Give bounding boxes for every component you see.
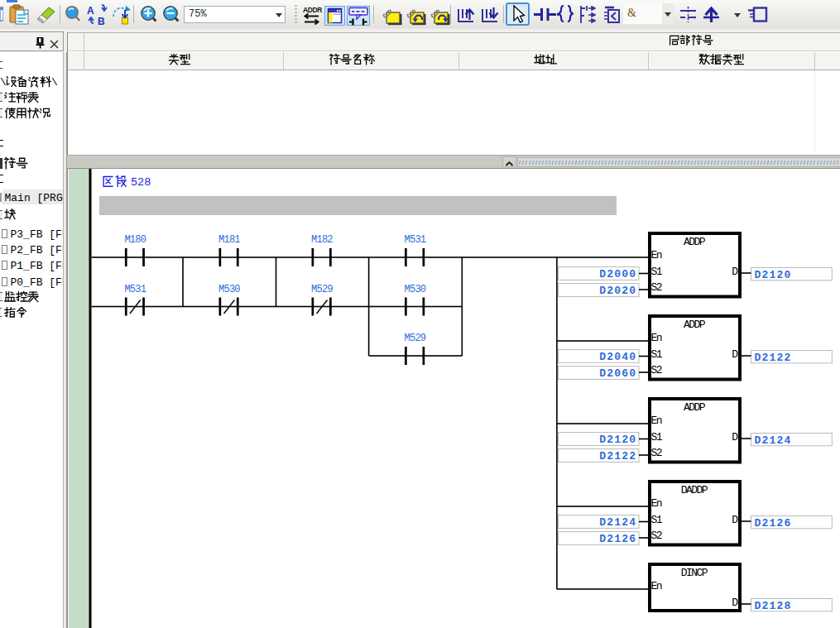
svg-text:S2: S2	[651, 530, 662, 542]
svg-text:A: A	[87, 5, 94, 17]
svg-text:D2120: D2120	[755, 269, 792, 281]
svg-text:D2120: D2120	[599, 434, 636, 446]
svg-text:S1: S1	[651, 348, 663, 361]
svg-text:D2020: D2020	[599, 285, 636, 297]
svg-text:S1: S1	[651, 266, 663, 278]
svg-text:DADDP: DADDP	[681, 484, 708, 496]
svg-text:D2128: D2128	[755, 600, 792, 612]
svg-text:M531: M531	[124, 284, 146, 295]
svg-text:D2124: D2124	[755, 434, 792, 447]
svg-text:D2000: D2000	[599, 268, 636, 280]
svg-text:S2: S2	[651, 447, 662, 459]
svg-text:D2126: D2126	[755, 517, 792, 530]
svg-text:En: En	[651, 249, 662, 261]
svg-text:ADDP: ADDP	[684, 319, 706, 331]
svg-text:M529: M529	[311, 284, 333, 295]
svg-text:ADDP: ADDP	[684, 236, 706, 248]
svg-text:S2: S2	[651, 281, 662, 294]
svg-text:D2122: D2122	[755, 352, 792, 364]
svg-text:D2122: D2122	[599, 450, 636, 463]
svg-text:S1: S1	[651, 514, 663, 526]
svg-text:M180: M180	[124, 234, 146, 246]
svg-text:M531: M531	[405, 234, 426, 246]
svg-text:M182: M182	[311, 234, 333, 246]
svg-text:M530: M530	[218, 284, 240, 295]
svg-text:S2: S2	[651, 364, 662, 376]
svg-text:ADDR: ADDR	[303, 6, 322, 14]
svg-text:M181: M181	[218, 234, 240, 246]
svg-text:En: En	[651, 332, 662, 344]
svg-text:En: En	[651, 497, 662, 510]
svg-text:En: En	[651, 415, 662, 427]
svg-text:En: En	[651, 580, 662, 592]
svg-text:D2124: D2124	[599, 516, 636, 529]
svg-text:S1: S1	[651, 431, 663, 443]
svg-text:D2126: D2126	[599, 533, 636, 545]
svg-text:M529: M529	[405, 333, 426, 344]
svg-text:D2040: D2040	[599, 351, 636, 363]
svg-text:M530: M530	[405, 284, 426, 295]
svg-text:DINCP: DINCP	[681, 567, 708, 579]
svg-text:ADDP: ADDP	[684, 401, 706, 414]
svg-text:B: B	[98, 16, 105, 26]
svg-text:D2060: D2060	[599, 367, 636, 380]
